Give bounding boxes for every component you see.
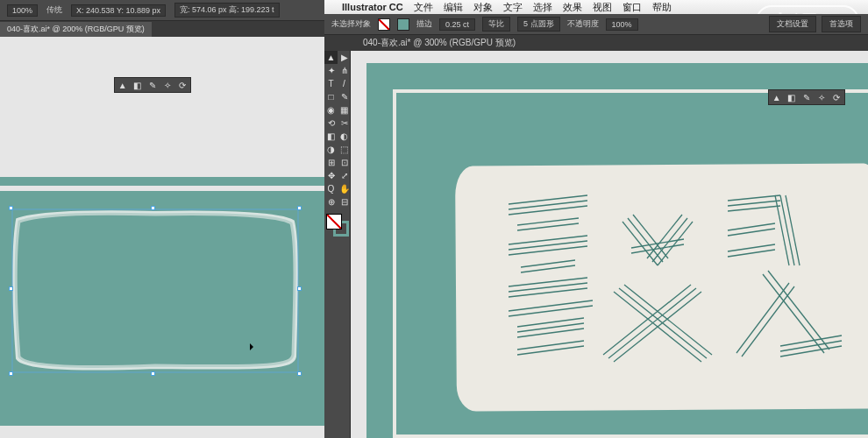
mini-tool-3[interactable]: ✎ [147,80,158,90]
cursor-icon [250,343,253,350]
selection-handle[interactable] [9,371,13,376]
tools-panel: ▲ ▶ ✦ ⋔ T / □ ✎ ◉ ▦ ⟲ ✂ ◧ ◐ ◑ ⬚ ⊞ ⊡ ✥ ⤢ … [324,51,351,438]
svg-line-37 [728,206,780,211]
menu-view[interactable]: 视图 [593,1,612,14]
svg-line-14 [509,300,593,311]
mini-tool-2[interactable]: ◧ [132,80,143,90]
right-opt-buttons: 文档设置 首选项 [769,16,868,32]
eyedropper-tool[interactable]: ✥ [324,169,338,182]
artboard-stripe-bottom [0,419,324,426]
preferences-button[interactable]: 首选项 [822,16,861,32]
rectangle-tool[interactable]: □ [324,90,338,103]
magic-wand-tool[interactable]: ✦ [324,64,338,77]
fill-swatch-none-icon[interactable] [378,18,390,31]
svg-line-13 [509,288,587,297]
svg-line-35 [728,195,780,201]
selection-tool[interactable]: ▲ [324,51,338,64]
scribble-text-art[interactable] [500,187,850,388]
mini-tool-5[interactable]: ⟳ [831,92,842,102]
selection-handle[interactable] [297,371,302,376]
svg-rect-0 [12,209,298,372]
selection-handle[interactable] [151,206,155,210]
lasso-tool[interactable]: ⋔ [338,64,351,77]
svg-line-17 [517,323,584,332]
blob-brush-tool[interactable]: ▦ [338,103,351,117]
doc-setup-button[interactable]: 文档设置 [769,16,816,32]
rotate-tool[interactable]: ⟲ [324,117,338,130]
width-tool[interactable]: ◧ [324,130,338,143]
stroke-label: 描边 [416,18,432,30]
svg-line-51 [780,346,842,357]
svg-line-1 [509,195,587,204]
left-canvas[interactable] [0,37,324,438]
sketch-path-icon [11,208,300,374]
fill-indicator-icon[interactable] [326,214,342,230]
zoom-tool[interactable]: ⊕ [324,195,338,208]
svg-line-36 [728,201,780,206]
left-options-bar: 100% 传统 X: 240.538 Y: 10.889 px 宽: 574.0… [0,0,324,21]
selection-handle[interactable] [151,371,155,376]
menu-file[interactable]: 文件 [414,1,433,14]
menu-window[interactable]: 窗口 [623,1,642,14]
right-document-tab[interactable]: 040-喜欢.ai* @ 300% (RGB/GPU 预览) [363,37,516,49]
gradient-tool[interactable]: ⊡ [338,156,351,169]
perspective-tool[interactable]: ⬚ [338,143,351,156]
mesh-tool[interactable]: ⊞ [324,156,338,169]
stroke-swatch-teal-icon[interactable] [397,18,409,31]
scissors-tool[interactable]: ✂ [338,117,351,130]
svg-line-27 [631,239,684,248]
svg-line-2 [509,201,587,209]
menu-edit[interactable]: 编辑 [444,1,463,14]
line-tool[interactable]: / [338,77,351,90]
selected-sketch-rect[interactable] [11,208,300,374]
menu-type[interactable]: 文字 [503,1,523,14]
right-tab-bar: 040-喜欢.ai* @ 300% (RGB/GPU 预览) [324,35,868,51]
opacity-input[interactable]: 100% [606,18,638,31]
selection-handle[interactable] [9,206,13,210]
paintbrush-tool[interactable]: ✎ [338,90,351,103]
hand-tool[interactable]: ✋ [338,182,351,195]
svg-line-3 [509,206,587,215]
app-name[interactable]: Illustrator CC [342,2,403,12]
left-floating-toolbar[interactable]: ▲ ◧ ✎ ✧ ⟳ [114,77,191,93]
svg-line-34 [603,285,691,355]
selection-handle[interactable] [297,286,302,291]
selection-handle[interactable] [9,286,13,291]
fill-stroke-indicator[interactable] [324,212,351,238]
slice-tool[interactable]: ⊟ [338,195,351,208]
symbol-sprayer-tool[interactable]: Q [324,182,338,195]
left-document-tab[interactable]: 040-喜欢.ai* @ 200% (RGB/GPU 预览) [0,22,152,37]
svg-line-19 [517,341,584,350]
pencil-tool[interactable]: ◉ [324,103,338,117]
no-selection-label: 未选择对象 [331,18,371,30]
uniform-dropdown[interactable]: 等比 [482,17,510,32]
svg-line-20 [517,346,584,355]
shape-builder-tool[interactable]: ◑ [324,143,338,156]
mini-tool-3[interactable]: ✎ [801,92,812,102]
right-canvas[interactable]: ▲ ◧ ✎ ✧ ⟳ [351,51,868,438]
menu-help[interactable]: 帮助 [652,1,672,14]
svg-line-12 [509,283,587,292]
mini-tool-1[interactable]: ▲ [772,92,782,102]
free-transform-tool[interactable]: ◐ [338,130,351,143]
opt-label-1: 传统 [46,4,62,16]
zoom-value[interactable]: 100% [7,4,38,17]
mini-tool-5[interactable]: ⟳ [177,80,188,90]
menu-effect[interactable]: 效果 [563,1,582,14]
blend-tool[interactable]: ⤢ [338,169,351,182]
right-floating-toolbar[interactable]: ▲ ◧ ✎ ✧ ⟳ [768,89,845,105]
type-tool[interactable]: T [324,77,338,90]
mini-tool-2[interactable]: ◧ [786,92,797,102]
selection-handle[interactable] [297,206,302,210]
svg-line-8 [509,246,587,255]
mini-tool-1[interactable]: ▲ [117,80,128,90]
svg-line-18 [517,328,584,337]
mini-tool-4[interactable]: ✧ [816,92,827,102]
direct-selection-tool[interactable]: ▶ [338,51,351,64]
svg-line-11 [509,278,587,286]
menu-object[interactable]: 对象 [473,1,493,14]
stroke-weight-input[interactable]: 0.25 ct [439,18,475,31]
menu-select[interactable]: 选择 [533,1,552,14]
brush-dropdown[interactable]: 5 点圆形 [517,17,560,32]
mini-tool-4[interactable]: ✧ [162,80,173,90]
